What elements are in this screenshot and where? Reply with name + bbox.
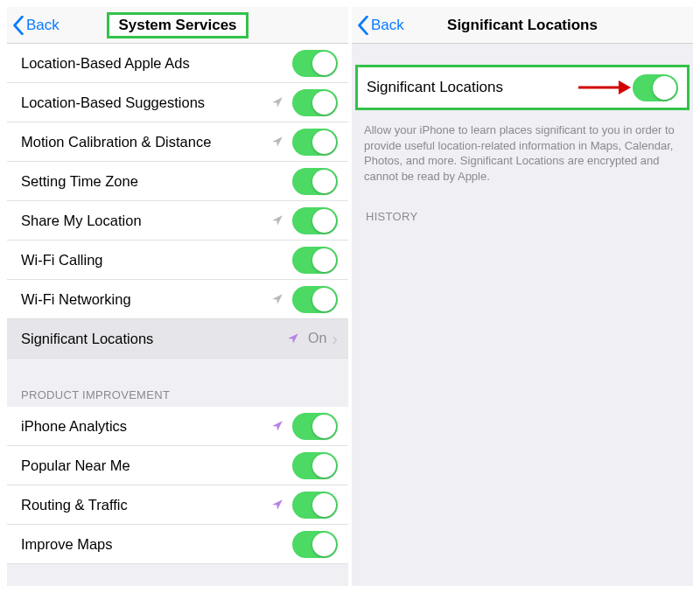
chevron-left-icon (357, 16, 369, 35)
row-share-my-location: Share My Location (7, 201, 348, 241)
row-label: Location-Based Suggestions (21, 94, 271, 111)
row-improve-maps: Improve Maps (7, 525, 348, 564)
location-icon (287, 332, 299, 345)
row-label: iPhone Analytics (21, 418, 271, 435)
toggle-setting-time-zone[interactable] (292, 168, 338, 195)
row-significant-locations-toggle: Significant Locations (355, 65, 690, 110)
settings-list-right: Significant Locations Allow your iPhone … (352, 44, 693, 586)
toggle-location-apple-ads[interactable] (292, 50, 338, 77)
row-label: Significant Locations (367, 79, 633, 96)
row-wifi-calling: Wi-Fi Calling (7, 241, 348, 280)
location-icon (271, 293, 284, 305)
location-icon (271, 420, 284, 432)
toggle-wifi-calling[interactable] (292, 247, 338, 274)
toggle-popular-near-me[interactable] (292, 452, 338, 479)
system-services-pane: Back System Services Location-Based Appl… (7, 7, 348, 586)
toggle-location-suggestions[interactable] (292, 89, 338, 116)
row-significant-locations[interactable]: Significant Locations On › (7, 319, 348, 359)
row-label: Routing & Traffic (21, 497, 271, 513)
row-wifi-networking: Wi-Fi Networking (7, 280, 348, 319)
navbar-left: Back System Services (7, 7, 348, 44)
location-icon (271, 499, 284, 511)
row-label: Share My Location (21, 213, 271, 229)
location-icon (271, 96, 284, 108)
section-product-improvement: PRODUCT IMPROVEMENT (7, 371, 348, 407)
row-label: Setting Time Zone (21, 173, 292, 190)
back-button[interactable]: Back (12, 16, 60, 35)
section-history: HISTORY (352, 192, 693, 228)
settings-list-left: Location-Based Apple Ads Location-Based … (7, 44, 348, 586)
location-icon (271, 136, 284, 148)
chevron-right-icon: › (332, 330, 338, 347)
row-iphone-analytics: iPhone Analytics (7, 407, 348, 446)
row-label: Wi-Fi Calling (21, 252, 292, 269)
row-motion-calibration: Motion Calibration & Distance (7, 122, 348, 162)
back-label: Back (26, 17, 60, 34)
description-text: Allow your iPhone to learn places signif… (352, 115, 693, 192)
toggle-iphone-analytics[interactable] (292, 413, 338, 440)
toggle-share-my-location[interactable] (292, 207, 338, 234)
row-location-apple-ads: Location-Based Apple Ads (7, 44, 348, 83)
nav-title: System Services (107, 12, 248, 38)
row-label: Motion Calibration & Distance (21, 134, 271, 150)
navbar-right: Back Significant Locations (352, 7, 693, 44)
significant-locations-pane: Back Significant Locations Significant L… (352, 7, 693, 586)
row-label: Wi-Fi Networking (21, 291, 271, 308)
back-button[interactable]: Back (357, 16, 404, 35)
row-location-suggestions: Location-Based Suggestions (7, 83, 348, 122)
row-label: Popular Near Me (21, 457, 292, 474)
location-icon (271, 214, 284, 227)
row-label: Improve Maps (21, 536, 292, 553)
toggle-significant-locations[interactable] (633, 74, 678, 101)
row-setting-time-zone: Setting Time Zone (7, 162, 348, 201)
row-popular-near-me: Popular Near Me (7, 446, 348, 485)
chevron-left-icon (12, 16, 24, 35)
row-value: On (308, 331, 326, 346)
toggle-routing-traffic[interactable] (292, 492, 338, 519)
row-label: Location-Based Apple Ads (21, 55, 292, 72)
back-label: Back (371, 17, 404, 34)
row-routing-traffic: Routing & Traffic (7, 485, 348, 525)
row-label: Significant Locations (21, 331, 287, 347)
toggle-improve-maps[interactable] (292, 531, 338, 558)
toggle-motion-calibration[interactable] (292, 129, 338, 156)
toggle-wifi-networking[interactable] (292, 286, 338, 313)
